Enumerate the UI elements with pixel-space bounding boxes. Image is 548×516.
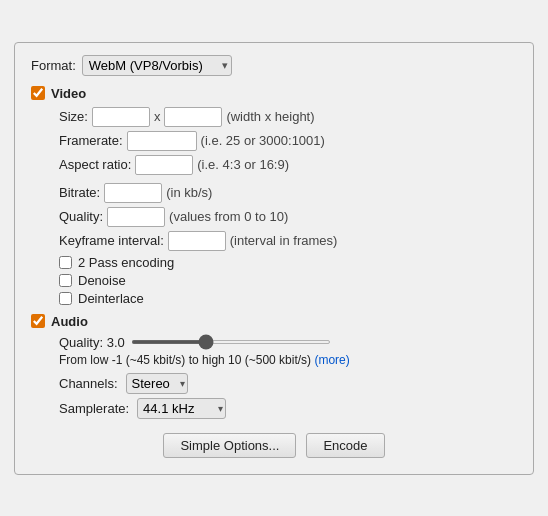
samplerate-select[interactable]: 44.1 kHz 48 kHz 22.05 kHz 11.025 kHz [137,398,226,419]
audio-section-label: Audio [51,314,88,329]
channels-row: Channels: Stereo Mono [59,373,517,394]
video-section-content: Size: x (width x height) Framerate: (i.e… [31,107,517,306]
video-section-label: Video [51,86,86,101]
deinterlace-row: Deinterlace [59,291,517,306]
bitrate-hint: (in kb/s) [166,185,212,200]
aspect-ratio-hint: (i.e. 4:3 or 16:9) [197,157,289,172]
bottom-buttons: Simple Options... Encode [31,433,517,458]
audio-more-link[interactable]: (more) [314,353,349,367]
audio-section-header: Audio [31,314,517,329]
audio-quality-slider[interactable] [131,340,331,344]
keyframe-row: Keyframe interval: (interval in frames) [59,231,517,251]
bitrate-label: Bitrate: [59,185,100,200]
size-x-sep: x [154,109,161,124]
keyframe-label: Keyframe interval: [59,233,164,248]
framerate-hint: (i.e. 25 or 3000:1001) [201,133,325,148]
denoise-checkbox[interactable] [59,274,72,287]
video-quality-input[interactable] [107,207,165,227]
two-pass-checkbox[interactable] [59,256,72,269]
aspect-ratio-row: Aspect ratio: (i.e. 4:3 or 16:9) [59,155,517,175]
audio-quality-row: Quality: 3.0 [59,335,517,350]
audio-range-text: From low -1 (~45 kbit/s) to high 10 (~50… [59,353,517,367]
denoise-label: Denoise [78,273,126,288]
channels-select-wrapper[interactable]: Stereo Mono [126,373,188,394]
size-row: Size: x (width x height) [59,107,517,127]
encode-button[interactable]: Encode [306,433,384,458]
two-pass-row: 2 Pass encoding [59,255,517,270]
format-row: Format: WebM (VP8/Vorbis) MP4 (H.264/AAC… [31,55,517,76]
deinterlace-label: Deinterlace [78,291,144,306]
bitrate-row: Bitrate: (in kb/s) [59,183,517,203]
video-quality-hint: (values from 0 to 10) [169,209,288,224]
audio-quality-label: Quality: 3.0 [59,335,125,350]
samplerate-row: Samplerate: 44.1 kHz 48 kHz 22.05 kHz 11… [59,398,517,419]
framerate-row: Framerate: (i.e. 25 or 3000:1001) [59,131,517,151]
deinterlace-checkbox[interactable] [59,292,72,305]
framerate-input[interactable] [127,131,197,151]
audio-from-to: From low -1 (~45 kbit/s) to high 10 (~50… [59,353,311,367]
video-enabled-checkbox[interactable] [31,86,45,100]
format-label: Format: [31,58,76,73]
size-width-input[interactable] [92,107,150,127]
video-quality-row: Quality: (values from 0 to 10) [59,207,517,227]
format-select-wrapper[interactable]: WebM (VP8/Vorbis) MP4 (H.264/AAC) OGG (T… [82,55,232,76]
denoise-row: Denoise [59,273,517,288]
keyframe-hint: (interval in frames) [230,233,338,248]
video-quality-label: Quality: [59,209,103,224]
video-section: Video Size: x (width x height) Framerate… [31,86,517,306]
video-section-header: Video [31,86,517,101]
keyframe-input[interactable] [168,231,226,251]
format-select[interactable]: WebM (VP8/Vorbis) MP4 (H.264/AAC) OGG (T… [82,55,232,76]
channels-select[interactable]: Stereo Mono [126,373,188,394]
channels-label: Channels: [59,376,118,391]
audio-section-content: Quality: 3.0 From low -1 (~45 kbit/s) to… [31,335,517,419]
samplerate-label: Samplerate: [59,401,129,416]
size-hint: (width x height) [226,109,314,124]
size-height-input[interactable] [164,107,222,127]
size-label: Size: [59,109,88,124]
framerate-label: Framerate: [59,133,123,148]
main-panel: Format: WebM (VP8/Vorbis) MP4 (H.264/AAC… [14,42,534,475]
aspect-ratio-label: Aspect ratio: [59,157,131,172]
aspect-ratio-input[interactable] [135,155,193,175]
samplerate-select-wrapper[interactable]: 44.1 kHz 48 kHz 22.05 kHz 11.025 kHz [137,398,226,419]
bitrate-input[interactable] [104,183,162,203]
audio-enabled-checkbox[interactable] [31,314,45,328]
simple-options-button[interactable]: Simple Options... [163,433,296,458]
audio-section: Audio Quality: 3.0 From low -1 (~45 kbit… [31,314,517,419]
two-pass-label: 2 Pass encoding [78,255,174,270]
